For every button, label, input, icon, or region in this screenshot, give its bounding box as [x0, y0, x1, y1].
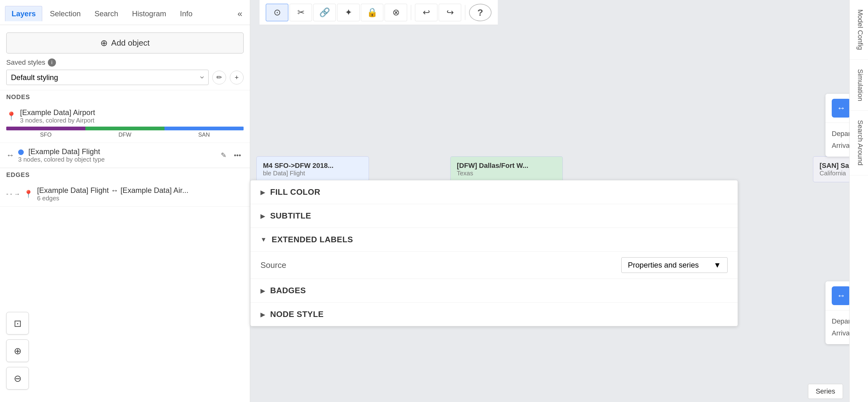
cluster-tool-button[interactable]: ✦ [337, 4, 360, 21]
nodes-section-header: NODES [0, 90, 250, 104]
collapse-sidebar-button[interactable]: « [235, 6, 245, 21]
layer-airport-name: [Example Data] Airport [20, 108, 244, 117]
popup-node-style-row[interactable]: ▶ NODE STYLE [250, 303, 738, 326]
node-card-header-2: ↔ AA1064 SAN->DFW 2018... [Example Data]… [826, 281, 849, 310]
layer-item-airport[interactable]: 📍 [Example Data] Airport 3 nodes, colore… [0, 104, 250, 143]
edge-icon: - - → [6, 190, 20, 197]
popup-source-row: Source Properties and series ▼ [250, 252, 738, 279]
sidebar: Layers Selection Search Histogram Info «… [0, 0, 250, 402]
add-style-button[interactable]: + [230, 71, 244, 84]
info-icon[interactable]: i [48, 58, 56, 67]
popup-extended-labels-row[interactable]: ▼ EXTENDED LABELS [250, 228, 738, 252]
undo-button[interactable]: ↩ [415, 4, 437, 21]
lock-tool-button[interactable]: 🔒 [361, 4, 383, 21]
card2-arrival-key: Arrival Time [832, 329, 849, 337]
help-button[interactable]: ? [469, 4, 492, 21]
edit-style-button[interactable]: ✏ [212, 71, 226, 84]
popup-subtitle-row[interactable]: ▶ SUBTITLE [250, 204, 738, 228]
zoom-out-button[interactable]: ⊖ [6, 367, 29, 390]
layer-item-flight[interactable]: ↔ [Example Data] Flight 3 nodes, colored… [0, 143, 250, 168]
color-sfo [6, 127, 85, 130]
tab-selection[interactable]: Selection [43, 6, 87, 21]
card1-arrival-row: Arrival Time 0944 [832, 140, 849, 152]
card2-departure-key: Departure Time [832, 317, 849, 326]
series-button[interactable]: Series [808, 384, 843, 399]
color-labels: SFO DFW SAN [6, 132, 244, 138]
graph-node-sfo-sub: ble Data] Flight [263, 170, 362, 177]
tab-search[interactable]: Search [88, 6, 124, 21]
node-card-header-1: ↔ AA1064 DFW->SAN 2018... [Example Data]… [826, 94, 849, 123]
layer-item-flight-header: ↔ [Example Data] Flight 3 nodes, colored… [6, 147, 244, 163]
flight-card-icon-2: ↔ [832, 286, 849, 305]
graph-node-san-title: [SAN] San Diego Inte... [819, 162, 849, 170]
edges-section-header: EDGES [0, 168, 250, 182]
extended-labels-label: EXTENDED LABELS [272, 235, 353, 244]
layer-flight-sub: 3 nodes, colored by object type [18, 156, 215, 163]
graph-node-sfo-flight[interactable]: M4 SFO->DFW 2018... ble Data] Flight [256, 156, 369, 182]
edit-layer-button[interactable]: ✎ [218, 150, 229, 161]
style-select[interactable]: Default styling [6, 70, 209, 85]
layer-airport-sub: 3 nodes, colored by Airport [20, 117, 244, 124]
source-select-arrow-icon: ▼ [714, 261, 721, 270]
layer-airport-info: [Example Data] Airport 3 nodes, colored … [20, 108, 244, 124]
source-select[interactable]: Properties and series ▼ [621, 257, 727, 273]
cut-tool-button[interactable]: ✂ [289, 4, 312, 21]
popup-fill-color-row[interactable]: ▶ FILL COLOR [250, 180, 738, 204]
layer-edge-info: [Example Data] Flight ↔ [Example Data] A… [37, 186, 244, 202]
graph-node-dfw[interactable]: [DFW] Dallas/Fort W... Texas [450, 156, 563, 182]
add-object-button[interactable]: ⊕ Add object [6, 32, 244, 54]
layer-flight-actions: ✎ ••• [218, 150, 244, 161]
color-dfw [85, 127, 164, 130]
layer-edge-name: [Example Data] Flight ↔ [Example Data] A… [37, 186, 244, 195]
right-sidebar: Model Config Simulation Search Around [849, 0, 868, 402]
card2-body: Departure Time 1036 Arrival Time 1538 [826, 310, 849, 344]
right-tab-search-around[interactable]: Search Around [849, 111, 868, 175]
tab-bar: Layers Selection Search Histogram Info « [0, 0, 250, 25]
right-tab-simulation[interactable]: Simulation [849, 60, 868, 111]
source-label: Source [260, 260, 286, 270]
flight-icon: ↔ [6, 150, 14, 160]
subtitle-arrow: ▶ [260, 212, 265, 220]
tab-info[interactable]: Info [174, 6, 199, 21]
tab-layers[interactable]: Layers [5, 6, 42, 21]
fill-color-arrow: ▶ [260, 188, 265, 196]
toolbar-tools: ⊙ ✂ 🔗 ✦ 🔒 ⊗ [266, 4, 407, 21]
popup-panel: ▶ FILL COLOR ▶ SUBTITLE ▼ EXTENDED LABEL… [250, 180, 738, 327]
edge-icon2: 📍 [24, 190, 33, 198]
zoom-in-button[interactable]: ⊕ [6, 339, 29, 362]
link-tool-button[interactable]: 🔗 [313, 4, 336, 21]
popup-badges-row[interactable]: ▶ BADGES [250, 279, 738, 303]
node-style-label: NODE STYLE [270, 309, 323, 319]
color-label-dfw: DFW [85, 132, 164, 138]
graph-node-san[interactable]: [SAN] San Diego Inte... California [813, 156, 849, 182]
layer-item-edge[interactable]: - - → 📍 [Example Data] Flight ↔ [Example… [0, 182, 250, 207]
layer-flight-info: [Example Data] Flight 3 nodes, colored b… [18, 147, 215, 163]
more-layer-button[interactable]: ••• [231, 150, 244, 161]
flight-card-icon-1: ↔ [832, 99, 849, 118]
color-san [164, 127, 244, 130]
graph-node-dfw-sub: Texas [457, 170, 556, 177]
right-tab-model-config[interactable]: Model Config [849, 0, 868, 60]
tab-histogram[interactable]: Histogram [126, 6, 172, 21]
toolbar: ⊙ ✂ 🔗 ✦ 🔒 ⊗ ↩ ↪ ? [259, 0, 498, 25]
fill-color-label: FILL COLOR [270, 187, 320, 197]
graph-node-sfo-title: M4 SFO->DFW 2018... [263, 162, 362, 170]
badges-arrow: ▶ [260, 287, 265, 295]
graph-node-san-sub: California [819, 170, 849, 177]
card2-departure-row: Departure Time 1036 [832, 315, 849, 327]
add-object-label: Add object [111, 38, 150, 48]
saved-styles-label: Saved styles i [6, 58, 244, 67]
flight-dot-icon [18, 149, 24, 155]
fit-view-button[interactable]: ⊡ [6, 312, 29, 335]
node-card-san-dfw: ↔ AA1064 SAN->DFW 2018... [Example Data]… [826, 281, 849, 344]
graph-node-dfw-title: [DFW] Dallas/Fort W... [457, 162, 556, 170]
card1-body: Departure Time 0844 Arrival Time 0944 [826, 123, 849, 157]
redo-button[interactable]: ↪ [439, 4, 461, 21]
delete-tool-button[interactable]: ⊗ [384, 4, 407, 21]
extended-labels-arrow: ▼ [260, 236, 267, 243]
subtitle-label: SUBTITLE [270, 211, 311, 221]
card1-arrival-key: Arrival Time [832, 142, 849, 150]
saved-styles-section: Saved styles i Default styling ✏ + [0, 58, 250, 90]
select-tool-button[interactable]: ⊙ [266, 4, 288, 21]
node-style-arrow: ▶ [260, 311, 265, 318]
